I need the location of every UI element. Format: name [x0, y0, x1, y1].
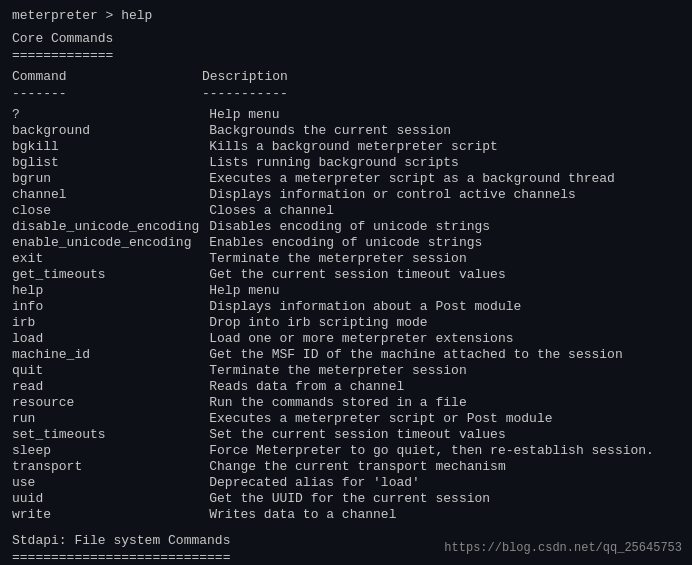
description-cell: Drop into irb scripting mode [209, 315, 680, 331]
command-cell: bglist [12, 155, 209, 171]
command-cell: sleep [12, 443, 209, 459]
table-row: writeWrites data to a channel [12, 507, 680, 523]
watermark: https://blog.csdn.net/qq_25645753 [444, 541, 682, 555]
description-cell: Deprecated alias for 'load' [209, 475, 680, 491]
commands-list: ?Help menubackgroundBackgrounds the curr… [12, 107, 680, 523]
description-cell: Set the current session timeout values [209, 427, 680, 443]
section1-title: Core Commands [12, 31, 680, 46]
table-row: set_timeoutsSet the current session time… [12, 427, 680, 443]
description-cell: Executes a meterpreter script as a backg… [209, 171, 680, 187]
command-cell: uuid [12, 491, 209, 507]
command-cell: background [12, 123, 209, 139]
description-cell: Displays information about a Post module [209, 299, 680, 315]
table-row: enable_unicode_encodingEnables encoding … [12, 235, 680, 251]
table-header: Command Description [12, 69, 680, 86]
description-cell: Enables encoding of unicode strings [209, 235, 680, 251]
table-row: channelDisplays information or control a… [12, 187, 680, 203]
table-row: uuidGet the UUID for the current session [12, 491, 680, 507]
dash-description: ----------- [202, 86, 680, 105]
dash-command: ------- [12, 86, 202, 105]
table-row: useDeprecated alias for 'load' [12, 475, 680, 491]
description-cell: Writes data to a channel [209, 507, 680, 523]
description-cell: Lists running background scripts [209, 155, 680, 171]
command-cell: exit [12, 251, 209, 267]
command-cell: set_timeouts [12, 427, 209, 443]
table-row: runExecutes a meterpreter script or Post… [12, 411, 680, 427]
command-cell: channel [12, 187, 209, 203]
description-cell: Help menu [209, 283, 680, 299]
command-cell: machine_id [12, 347, 209, 363]
table-row: infoDisplays information about a Post mo… [12, 299, 680, 315]
command-cell: use [12, 475, 209, 491]
commands-table: Command Description ------- ----------- [12, 69, 680, 105]
table-row: ?Help menu [12, 107, 680, 123]
table-dashes: ------- ----------- [12, 86, 680, 105]
command-cell: disable_unicode_encoding [12, 219, 209, 235]
table-row: disable_unicode_encodingDisables encodin… [12, 219, 680, 235]
header-description: Description [202, 69, 680, 86]
command-cell: ? [12, 107, 209, 123]
command-cell: info [12, 299, 209, 315]
table-row: bgkillKills a background meterpreter scr… [12, 139, 680, 155]
description-cell: Get the MSF ID of the machine attached t… [209, 347, 680, 363]
table-row: resourceRun the commands stored in a fil… [12, 395, 680, 411]
description-cell: Displays information or control active c… [209, 187, 680, 203]
table-row: loadLoad one or more meterpreter extensi… [12, 331, 680, 347]
prompt-line: meterpreter > help [12, 8, 680, 23]
command-cell: irb [12, 315, 209, 331]
description-cell: Closes a channel [209, 203, 680, 219]
description-cell: Change the current transport mechanism [209, 459, 680, 475]
command-cell: close [12, 203, 209, 219]
description-cell: Disables encoding of unicode strings [209, 219, 680, 235]
command-cell: enable_unicode_encoding [12, 235, 209, 251]
description-cell: Terminate the meterpreter session [209, 251, 680, 267]
command-cell: help [12, 283, 209, 299]
command-cell: load [12, 331, 209, 347]
command-rows-table: ?Help menubackgroundBackgrounds the curr… [12, 107, 680, 523]
description-cell: Load one or more meterpreter extensions [209, 331, 680, 347]
description-cell: Reads data from a channel [209, 379, 680, 395]
header-command: Command [12, 69, 202, 86]
description-cell: Get the UUID for the current session [209, 491, 680, 507]
command-cell: resource [12, 395, 209, 411]
description-cell: Backgrounds the current session [209, 123, 680, 139]
description-cell: Terminate the meterpreter session [209, 363, 680, 379]
terminal: meterpreter > help Core Commands =======… [0, 0, 692, 565]
command-cell: get_timeouts [12, 267, 209, 283]
command-cell: write [12, 507, 209, 523]
command-cell: quit [12, 363, 209, 379]
table-row: get_timeoutsGet the current session time… [12, 267, 680, 283]
table-row: bgrunExecutes a meterpreter script as a … [12, 171, 680, 187]
table-row: closeCloses a channel [12, 203, 680, 219]
command-cell: bgkill [12, 139, 209, 155]
table-row: exitTerminate the meterpreter session [12, 251, 680, 267]
command-cell: run [12, 411, 209, 427]
table-row: backgroundBackgrounds the current sessio… [12, 123, 680, 139]
table-row: sleepForce Meterpreter to go quiet, then… [12, 443, 680, 459]
section1-separator: ============= [12, 48, 680, 63]
description-cell: Run the commands stored in a file [209, 395, 680, 411]
command-cell: bgrun [12, 171, 209, 187]
command-cell: read [12, 379, 209, 395]
table-row: irbDrop into irb scripting mode [12, 315, 680, 331]
description-cell: Force Meterpreter to go quiet, then re-e… [209, 443, 680, 459]
table-row: readReads data from a channel [12, 379, 680, 395]
table-row: bglistLists running background scripts [12, 155, 680, 171]
description-cell: Get the current session timeout values [209, 267, 680, 283]
description-cell: Help menu [209, 107, 680, 123]
description-cell: Executes a meterpreter script or Post mo… [209, 411, 680, 427]
description-cell: Kills a background meterpreter script [209, 139, 680, 155]
command-cell: transport [12, 459, 209, 475]
table-row: machine_idGet the MSF ID of the machine … [12, 347, 680, 363]
table-row: helpHelp menu [12, 283, 680, 299]
table-row: quitTerminate the meterpreter session [12, 363, 680, 379]
table-row: transportChange the current transport me… [12, 459, 680, 475]
